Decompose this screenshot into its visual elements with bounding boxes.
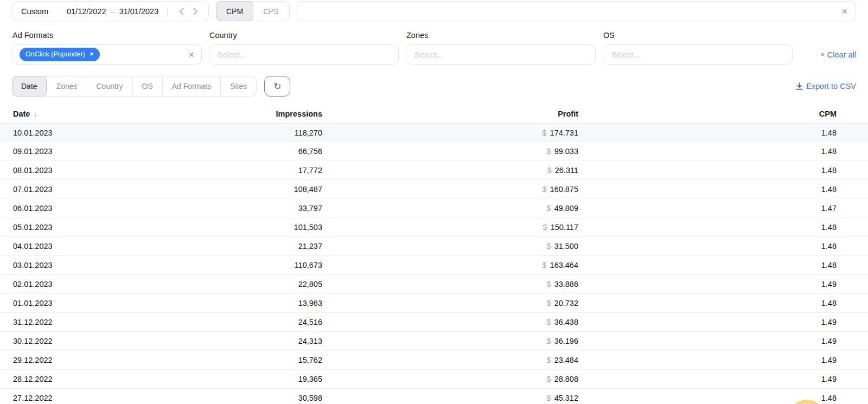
filters-row: Ad Formats OnClick (Popunder) ✕ × Countr… bbox=[0, 27, 868, 65]
table-row[interactable]: 27.12.2022 30,598 $45.312 1.48 bbox=[0, 389, 868, 404]
tab-os[interactable]: OS bbox=[133, 76, 163, 96]
cell-impressions: 19,365 bbox=[165, 375, 322, 383]
os-select-input[interactable] bbox=[610, 50, 785, 60]
cell-profit: $26.311 bbox=[322, 166, 578, 175]
currency-symbol: $ bbox=[547, 166, 552, 175]
cell-cpm: 1.48 bbox=[578, 147, 837, 156]
date-from[interactable]: 01/12/2022 bbox=[67, 7, 106, 16]
cell-cpm: 1.49 bbox=[578, 318, 837, 326]
cell-profit: $150.117 bbox=[322, 223, 578, 232]
cell-date: 06.01.2023 bbox=[13, 204, 165, 213]
ad-format-chip[interactable]: OnClick (Popunder) ✕ bbox=[20, 48, 100, 61]
top-search-input[interactable] bbox=[305, 7, 842, 16]
profit-value: 99.033 bbox=[554, 147, 578, 156]
cell-cpm: 1.49 bbox=[578, 375, 837, 383]
column-header-cpm[interactable]: CPM bbox=[578, 110, 837, 118]
profit-value: 174.731 bbox=[550, 129, 578, 137]
tab-date[interactable]: Date bbox=[12, 76, 47, 97]
mode-cps-button[interactable]: CPS bbox=[253, 2, 289, 21]
date-range-values: 01/12/2022 – 31/01/2023 bbox=[67, 7, 158, 16]
cell-profit: $45.312 bbox=[322, 394, 578, 402]
mode-cpm-button[interactable]: CPM bbox=[216, 1, 253, 21]
country-select-input[interactable] bbox=[216, 50, 391, 60]
filter-label: Zones bbox=[406, 31, 596, 40]
zones-select[interactable] bbox=[406, 44, 596, 65]
table-row[interactable]: 28.12.2022 19,365 $28.808 1.49 bbox=[0, 370, 868, 389]
zones-select-input[interactable] bbox=[413, 50, 588, 60]
cell-profit: $31.500 bbox=[322, 242, 578, 251]
refresh-button[interactable]: ↻ bbox=[264, 76, 290, 97]
filter-label: Ad Formats bbox=[12, 31, 202, 40]
table-row[interactable]: 04.01.2023 21,237 $31.500 1.48 bbox=[0, 237, 868, 256]
cell-cpm: 1.47 bbox=[578, 204, 837, 213]
date-range-picker[interactable]: Custom 01/12/2022 – 31/01/2023 bbox=[12, 1, 209, 21]
cell-impressions: 24,313 bbox=[165, 337, 322, 345]
profit-value: 49.809 bbox=[554, 204, 578, 213]
profit-value: 45.312 bbox=[554, 394, 578, 402]
date-range-preset[interactable]: Custom bbox=[21, 7, 48, 16]
table-row[interactable]: 02.01.2023 22,805 $33.886 1.49 bbox=[0, 275, 868, 294]
chevron-left-icon[interactable] bbox=[174, 4, 188, 18]
export-csv-button[interactable]: Export to CSV bbox=[796, 82, 856, 91]
refresh-icon: ↻ bbox=[273, 81, 281, 92]
table-toolbar: Date Zones Country OS Ad Formats Sites ↻… bbox=[0, 65, 868, 97]
filter-ad-formats: Ad Formats OnClick (Popunder) ✕ × bbox=[12, 27, 202, 65]
os-select[interactable] bbox=[603, 44, 793, 65]
cell-profit: $163.464 bbox=[322, 261, 578, 270]
ad-formats-select[interactable]: OnClick (Popunder) ✕ × bbox=[12, 44, 202, 65]
column-header-impressions[interactable]: Impressions bbox=[165, 110, 322, 118]
table-row[interactable]: 29.12.2022 15,762 $23.484 1.49 bbox=[0, 351, 868, 370]
top-search-field[interactable]: × bbox=[297, 1, 856, 21]
clear-all-x-icon: × bbox=[820, 50, 825, 59]
cell-cpm: 1.49 bbox=[578, 356, 837, 364]
cell-impressions: 24,516 bbox=[165, 318, 322, 326]
currency-symbol: $ bbox=[547, 337, 551, 345]
table-row[interactable]: 07.01.2023 108,487 $160.875 1.48 bbox=[0, 180, 868, 199]
tab-country[interactable]: Country bbox=[87, 76, 133, 96]
cell-profit: $99.033 bbox=[322, 147, 578, 156]
date-to[interactable]: 31/01/2023 bbox=[119, 7, 159, 16]
sort-desc-icon[interactable]: ↓ bbox=[33, 110, 37, 118]
table-row[interactable]: 10.01.2023 118,270 $174.731 1.48 bbox=[0, 123, 868, 142]
tab-ad-formats[interactable]: Ad Formats bbox=[163, 76, 221, 96]
chevron-right-icon[interactable] bbox=[188, 4, 202, 18]
filter-label: OS bbox=[603, 31, 793, 40]
clear-all-button[interactable]: × Clear all bbox=[820, 44, 856, 65]
cell-impressions: 17,772 bbox=[165, 166, 322, 175]
profit-value: 26.311 bbox=[555, 166, 578, 175]
currency-symbol: $ bbox=[543, 223, 547, 232]
clear-field-icon[interactable]: × bbox=[188, 50, 194, 60]
cell-impressions: 30,598 bbox=[165, 394, 322, 402]
cell-date: 07.01.2023 bbox=[13, 185, 165, 194]
cell-profit: $49.809 bbox=[322, 204, 578, 213]
column-header-profit[interactable]: Profit bbox=[322, 110, 578, 118]
table-row[interactable]: 06.01.2023 33,797 $49.809 1.47 bbox=[0, 199, 868, 218]
filter-zones: Zones bbox=[406, 27, 596, 65]
table-row[interactable]: 09.01.2023 66,756 $99.033 1.48 bbox=[0, 142, 868, 161]
chip-remove-icon[interactable]: ✕ bbox=[90, 52, 94, 57]
profit-value: 23.484 bbox=[554, 356, 578, 364]
table-row[interactable]: 31.12.2022 24,516 $36.438 1.49 bbox=[0, 313, 868, 332]
profit-value: 36.438 bbox=[554, 318, 578, 326]
tab-zones[interactable]: Zones bbox=[47, 76, 87, 96]
table-row[interactable]: 05.01.2023 101,503 $150.117 1.48 bbox=[0, 218, 868, 237]
table-row[interactable]: 01.01.2023 13,963 $20.732 1.48 bbox=[0, 294, 868, 313]
cell-cpm: 1.48 bbox=[578, 223, 837, 232]
cell-impressions: 110,673 bbox=[165, 261, 322, 270]
filter-os: OS bbox=[603, 27, 793, 65]
table-header-row: Date↓ Impressions Profit CPM bbox=[0, 105, 868, 123]
cell-cpm: 1.49 bbox=[578, 337, 837, 345]
tab-sites[interactable]: Sites bbox=[221, 76, 256, 96]
currency-symbol: $ bbox=[542, 185, 547, 194]
close-icon[interactable]: × bbox=[841, 7, 847, 16]
table-row[interactable]: 03.01.2023 110,673 $163.464 1.48 bbox=[0, 256, 868, 275]
table-row[interactable]: 08.01.2023 17,772 $26.311 1.48 bbox=[0, 161, 868, 180]
cell-impressions: 101,503 bbox=[165, 223, 322, 232]
profit-value: 28.808 bbox=[554, 375, 578, 383]
column-header-date[interactable]: Date↓ bbox=[13, 110, 165, 118]
country-select[interactable] bbox=[209, 44, 399, 65]
cell-impressions: 118,270 bbox=[165, 129, 322, 137]
currency-symbol: $ bbox=[547, 299, 551, 307]
table-row[interactable]: 30.12.2022 24,313 $36.196 1.49 bbox=[0, 332, 868, 351]
cell-cpm: 1.48 bbox=[578, 185, 837, 194]
